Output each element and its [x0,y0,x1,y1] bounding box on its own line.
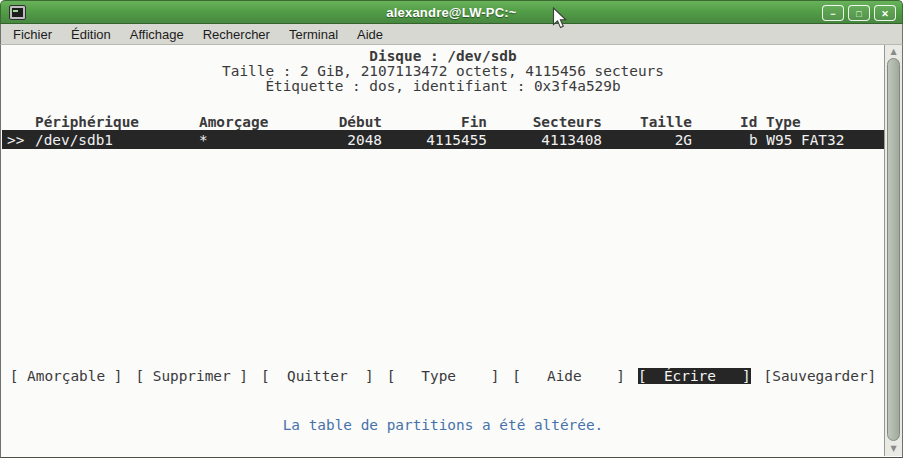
minimize-button[interactable]: − [822,5,844,21]
cell-sectors: 4113408 [487,132,602,148]
selection-pointer: >> [2,132,35,148]
cell-device: /dev/sdb1 [35,132,192,148]
button-quitter[interactable]: [ Quitter ] [261,368,374,384]
window-title: alexandre@LW-PC:~ [1,5,902,20]
disk-name-line: Disque : /dev/sdb [2,49,884,64]
terminal-icon [9,5,26,20]
button-amorcable[interactable]: [ Amorçable ] [10,368,123,384]
terminal-icon-prompt [13,10,18,12]
col-end: Fin [382,114,487,130]
disk-label-line: Étiquette : dos, identifiant : 0x3f4a529… [2,79,884,94]
close-button[interactable]: ✕ [874,5,896,21]
disk-info: Disque : /dev/sdb Taille : 2 GiB, 210711… [2,45,884,93]
scroll-up-icon[interactable]: ▲ [885,46,902,58]
cell-size: 2G [602,132,692,148]
cell-boot: * [192,132,307,148]
button-sauvegarder[interactable]: [Sauvegarder] [764,368,877,384]
button-aide[interactable]: [ Aide ] [512,368,625,384]
menu-item-edition[interactable]: Édition [69,26,113,43]
col-start: Début [307,114,382,130]
menu-bar: Fichier Édition Affichage Rechercher Ter… [0,24,903,45]
close-icon: ✕ [881,9,889,18]
scrollbar[interactable]: ▲ ▼ [884,45,902,456]
menu-item-fichier[interactable]: Fichier [11,26,54,43]
menu-item-rechercher[interactable]: Rechercher [201,26,272,43]
cell-start: 2048 [307,132,382,148]
col-size: Taille [602,114,692,130]
button-ecrire[interactable]: [ Écrire ] [638,368,751,384]
menu-item-terminal[interactable]: Terminal [287,26,340,43]
partition-row-sdb1[interactable]: >> /dev/sdb1 * 2048 4115455 4113408 2G b… [2,130,884,149]
cell-end: 4115455 [382,132,487,148]
maximize-icon: □ [856,9,861,18]
scrollbar-thumb[interactable] [887,58,900,441]
partition-table-header: Périphérique Amorçage Début Fin Secteurs… [2,113,884,130]
window-controls: − □ ✕ [822,5,896,21]
terminal-window: alexandre@LW-PC:~ − □ ✕ Fichier Édition … [0,0,903,459]
col-boot: Amorçage [192,114,307,130]
scroll-down-icon[interactable]: ▼ [885,443,902,455]
action-bar: [ Amorçable ] [ Supprimer ] [ Quitter ] … [2,368,884,384]
button-supprimer[interactable]: [ Supprimer ] [135,368,248,384]
maximize-button[interactable]: □ [848,5,870,21]
partition-table: Périphérique Amorçage Début Fin Secteurs… [2,113,884,149]
terminal-screen[interactable]: Disque : /dev/sdb Taille : 2 GiB, 210711… [0,45,903,458]
status-message: La table de partitions a été altérée. [2,417,884,433]
cell-id-type: b W95 FAT32 [692,132,884,148]
col-sectors: Secteurs [487,114,602,130]
disk-size-line: Taille : 2 GiB, 2107113472 octets, 41154… [2,64,884,79]
menu-item-affichage[interactable]: Affichage [128,26,186,43]
menu-item-aide[interactable]: Aide [355,26,385,43]
col-id-type: Id Type [692,114,884,130]
col-device: Périphérique [35,114,192,130]
terminal-content: Disque : /dev/sdb Taille : 2 GiB, 210711… [2,45,884,457]
titlebar[interactable]: alexandre@LW-PC:~ − □ ✕ [0,0,903,24]
button-type[interactable]: [ Type ] [387,368,500,384]
minimize-icon: − [830,9,835,18]
